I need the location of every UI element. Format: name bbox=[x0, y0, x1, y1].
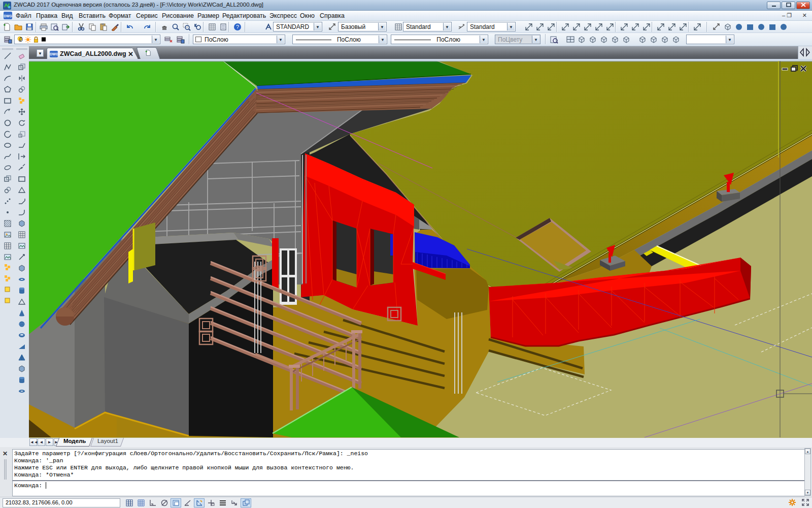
svg-text:DWG: DWG bbox=[4, 14, 12, 18]
svg-text:?: ? bbox=[236, 24, 239, 30]
